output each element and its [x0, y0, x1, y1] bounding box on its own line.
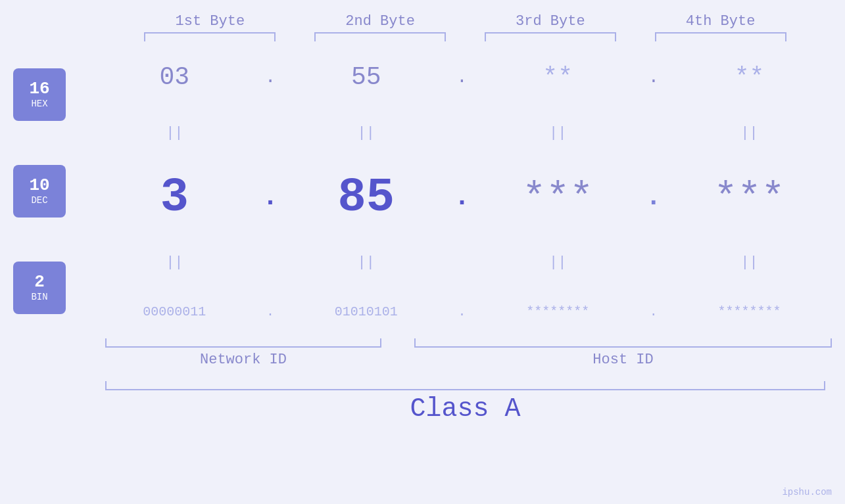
dec-b3: ***	[492, 175, 623, 220]
eq1-b2: ||	[301, 125, 432, 141]
hex-dot3: .	[644, 67, 664, 87]
bin-row: 00000011 . 01010101 . ******** .	[92, 304, 832, 319]
hex-b1: 03	[109, 63, 240, 91]
dec-badge-label: DEC	[31, 195, 47, 206]
bin-badge: 2 BIN	[13, 262, 66, 314]
dec-b2: 85	[301, 174, 432, 221]
dec-dot2: .	[452, 183, 471, 212]
watermark: ipshu.com	[782, 487, 832, 497]
network-id-label: Network ID	[200, 352, 287, 368]
eq2-b3: ||	[492, 254, 623, 271]
bin-dot3: .	[644, 304, 664, 319]
host-bottom-bracket	[414, 338, 832, 348]
dec-dot3: .	[644, 183, 664, 212]
eq2-b2: ||	[301, 254, 432, 271]
hex-row: 03 . 55 . ** . **	[92, 63, 832, 91]
hex-dot2: .	[452, 67, 471, 87]
byte-headers: 1st Byte 2nd Byte 3rd Byte 4th Byte	[85, 13, 845, 30]
bin-badge-label: BIN	[31, 292, 47, 302]
badges-column: 16 HEX 10 DEC 2 BIN	[13, 47, 79, 336]
byte1-header: 1st Byte	[144, 13, 276, 30]
bin-dot1: .	[260, 304, 280, 319]
host-id-label: Host ID	[592, 352, 653, 368]
equals-row-2: || || || ||	[92, 254, 832, 271]
bracket-byte3	[485, 32, 616, 41]
bin-dot2: .	[452, 304, 471, 319]
hex-badge-num: 16	[29, 80, 49, 97]
dec-b4: ***	[684, 175, 815, 220]
net-bottom-bracket	[105, 338, 381, 348]
bin-b4: ********	[684, 304, 815, 319]
bracket-byte4	[655, 32, 786, 41]
equals-row-1: || || || ||	[92, 125, 832, 141]
hex-badge: 16 HEX	[13, 68, 66, 121]
byte2-header: 2nd Byte	[314, 13, 446, 30]
class-bracket	[105, 381, 825, 390]
bracket-byte1	[144, 32, 276, 41]
bracket-byte2	[314, 32, 446, 41]
eq2-b4: ||	[684, 254, 815, 271]
dec-badge: 10 DEC	[13, 165, 66, 218]
dec-row: 3 . 85 . *** . ***	[92, 174, 832, 221]
hex-dot1: .	[260, 67, 280, 87]
byte3-header: 3rd Byte	[485, 13, 616, 30]
byte4-header: 4th Byte	[655, 13, 786, 30]
dec-b1: 3	[109, 174, 240, 221]
hex-badge-label: HEX	[31, 99, 47, 109]
eq1-b1: ||	[109, 125, 240, 141]
class-label: Class A	[105, 394, 825, 424]
hex-b3: **	[492, 63, 623, 91]
hex-b2: 55	[301, 63, 432, 91]
class-section: Class A	[92, 381, 838, 424]
main-container: 1st Byte 2nd Byte 3rd Byte 4th Byte 16 H…	[0, 0, 845, 504]
dec-dot1: .	[260, 183, 280, 212]
top-brackets	[85, 32, 845, 41]
bin-b2: 01010101	[301, 304, 432, 319]
eq1-b3: ||	[492, 125, 623, 141]
eq1-b4: ||	[684, 125, 815, 141]
bin-b3: ********	[492, 304, 623, 319]
dec-badge-num: 10	[29, 177, 49, 194]
hex-b4: **	[684, 63, 815, 91]
eq2-b1: ||	[109, 254, 240, 271]
bin-b1: 00000011	[109, 304, 240, 319]
bin-badge-num: 2	[34, 273, 45, 290]
